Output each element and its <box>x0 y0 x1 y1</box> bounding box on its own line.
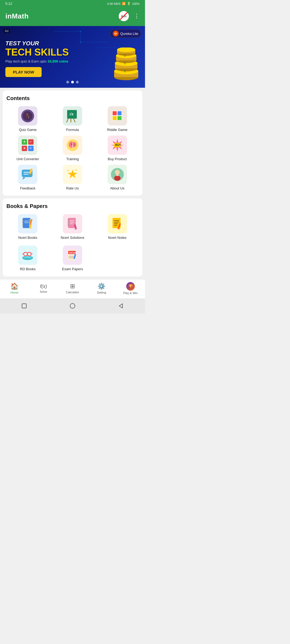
setting-icon: ⚙️ <box>97 283 106 290</box>
square-nav-icon <box>21 303 27 309</box>
unit-converter-label: Unit Converter <box>16 157 39 161</box>
phone-nav-circle[interactable] <box>68 302 77 310</box>
unit-converter-icon: + – × ÷ <box>18 136 37 155</box>
books-papers-section: Books & Papers <box>3 198 142 276</box>
exam-papers-item[interactable]: EXAM Exam Papers <box>51 246 94 271</box>
svg-rect-70 <box>22 219 23 220</box>
qureka-badge: Q! Qureka Lite <box>110 29 141 38</box>
svg-rect-86 <box>68 224 69 225</box>
qureka-brand: Qureka Lite <box>120 32 138 36</box>
nav-home[interactable]: 🏠 Home <box>6 283 23 294</box>
svg-text:✦: ✦ <box>75 168 77 172</box>
svg-rect-68 <box>116 174 118 176</box>
banner-dot-3[interactable] <box>76 81 79 83</box>
unit-converter-item[interactable]: + – × ÷ Unit Converter <box>6 136 49 161</box>
svg-rect-85 <box>68 222 69 223</box>
quiz-game-label: Quiz Game <box>19 128 37 132</box>
svg-rect-113 <box>22 304 26 308</box>
nav-home-label: Home <box>10 291 18 294</box>
svg-point-102 <box>27 252 31 256</box>
buy-product-icon: BUY <box>108 136 127 155</box>
ncert-solutions-item[interactable]: Ncert Solutions <box>51 214 94 240</box>
app-bar: inMath Ads ⋮ <box>0 7 145 26</box>
svg-text:EXAM: EXAM <box>69 251 76 254</box>
solve-icon: f(x) <box>40 284 47 289</box>
feedback-label: Feedback <box>20 186 35 190</box>
feedback-icon <box>18 165 37 184</box>
svg-text:?: ? <box>26 113 28 118</box>
riddle-game-label: Riddle Game <box>107 128 128 132</box>
ncert-notes-label: Ncert Notes <box>108 236 126 240</box>
banner-dot-2[interactable] <box>71 81 74 83</box>
ncert-books-item[interactable]: Ncert Books <box>6 214 49 240</box>
back-nav-icon <box>118 303 124 309</box>
nav-calculator-label: Calculator <box>66 291 79 294</box>
qureka-logo: Q! <box>113 31 119 36</box>
training-label: Training <box>66 157 79 161</box>
app-bar-actions: Ads ⋮ <box>119 11 140 21</box>
nav-solve[interactable]: f(x) Solve <box>35 284 52 293</box>
phone-nav-square[interactable] <box>20 302 28 310</box>
svg-rect-37 <box>113 116 117 120</box>
svg-rect-74 <box>22 225 23 226</box>
ad-sub-text: Play tech quiz & Earn upto 15,000 coins <box>5 59 140 63</box>
buy-product-item[interactable]: BUY Buy Product <box>96 136 139 161</box>
quiz-game-item[interactable]: ? ! Quiz Game <box>6 106 49 132</box>
ad-banner: Ad Q! Qureka Lite TEST YOUR TECH SKILLS … <box>0 26 145 88</box>
contents-section: Contents ? ! Quiz Game √x <box>3 90 142 196</box>
rate-us-item[interactable]: ✦ ✦ Rate Us <box>51 165 94 190</box>
formula-icon: √x <box>63 106 82 126</box>
svg-text:!: ! <box>28 115 29 119</box>
more-options-button[interactable]: ⋮ <box>134 13 140 20</box>
svg-point-101 <box>24 252 27 256</box>
books-papers-title: Books & Papers <box>6 203 139 209</box>
app-title: inMath <box>5 12 29 20</box>
svg-rect-35 <box>113 111 117 115</box>
nav-calculator[interactable]: ⊞ Calculator <box>64 283 81 294</box>
training-item[interactable]: ? ! Training <box>51 136 94 161</box>
no-ads-button[interactable]: Ads <box>119 11 129 21</box>
contents-title: Contents <box>6 95 139 101</box>
nav-play-win[interactable]: 🏆 Play & Win <box>122 282 139 295</box>
quiz-game-icon: ? ! <box>18 106 37 126</box>
svg-text:×: × <box>23 146 26 150</box>
circle-nav-icon <box>69 303 76 309</box>
about-us-icon <box>108 165 127 184</box>
battery-icon: 🔋 <box>127 2 131 5</box>
buy-product-label: Buy Product <box>108 157 127 161</box>
svg-rect-69 <box>23 218 30 228</box>
rate-us-label: Rate Us <box>66 186 79 190</box>
svg-line-33 <box>74 119 75 122</box>
ncert-books-label: Ncert Books <box>18 236 37 240</box>
svg-text:✦: ✦ <box>67 169 69 173</box>
ncert-solutions-label: Ncert Solutions <box>61 236 84 240</box>
no-ads-label: Ads <box>121 14 127 18</box>
signal-icon: 📶 <box>122 2 126 5</box>
svg-rect-83 <box>68 219 69 220</box>
home-icon: 🏠 <box>10 283 19 290</box>
svg-marker-115 <box>119 304 122 308</box>
phone-nav-back[interactable] <box>117 302 125 310</box>
about-us-item[interactable]: About Us <box>96 165 139 190</box>
svg-rect-87 <box>68 225 69 226</box>
svg-rect-38 <box>117 116 122 120</box>
battery-percent: 100% <box>132 2 140 5</box>
ncert-solutions-icon <box>63 214 82 233</box>
ad-headline1: TEST YOUR <box>5 40 140 47</box>
feedback-item[interactable]: Feedback <box>6 165 49 190</box>
formula-item[interactable]: √x Formula <box>51 106 94 132</box>
svg-text:BUY: BUY <box>115 144 121 147</box>
svg-point-66 <box>115 170 120 175</box>
riddle-game-item[interactable]: Riddle Game <box>96 106 139 132</box>
contents-grid: ? ! Quiz Game √x Formula <box>6 106 139 190</box>
play-win-icon: 🏆 <box>126 282 135 291</box>
rd-books-item[interactable]: RD Books <box>6 246 49 271</box>
nav-setting[interactable]: ⚙️ Setting <box>93 283 110 294</box>
svg-rect-36 <box>117 111 122 115</box>
ncert-notes-item[interactable]: Ncert Notes <box>96 214 139 240</box>
formula-label: Formula <box>66 128 79 132</box>
banner-dot-1[interactable] <box>66 81 69 83</box>
play-now-button[interactable]: PLAY NOW <box>5 67 42 77</box>
svg-text:√x: √x <box>69 112 74 116</box>
svg-text:–: – <box>30 140 32 144</box>
